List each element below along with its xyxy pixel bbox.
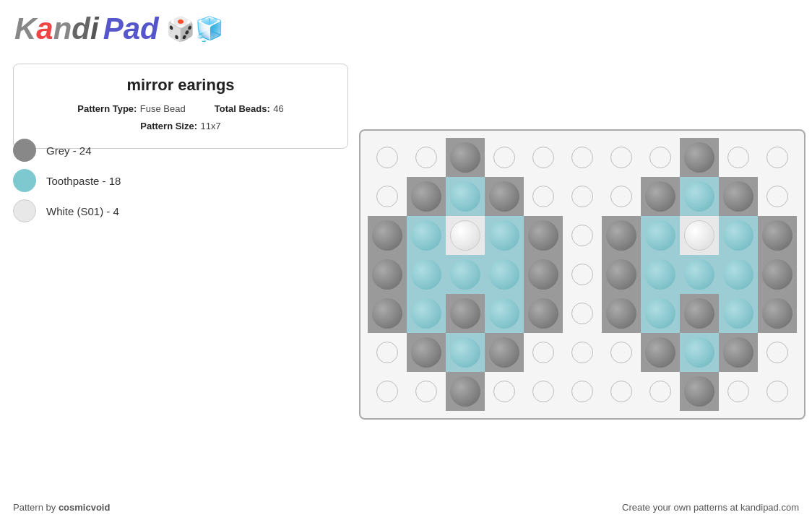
bead-cell	[485, 372, 524, 411]
legend-item-white: White (S01) - 4	[13, 199, 348, 222]
bead	[723, 298, 753, 329]
bead-cell	[524, 294, 563, 333]
bead	[376, 381, 398, 402]
bead-cell	[602, 216, 641, 255]
bead	[489, 259, 519, 290]
bead-cell	[641, 138, 680, 177]
bead	[415, 381, 437, 402]
bead-cell	[368, 255, 407, 294]
bead	[649, 147, 671, 168]
bead	[723, 259, 753, 290]
bead	[571, 342, 593, 363]
bead	[415, 147, 437, 168]
bead-cell	[368, 177, 407, 216]
bead-cell	[719, 294, 758, 333]
bead	[372, 259, 402, 290]
bead-cell	[719, 372, 758, 411]
bead-cell	[602, 372, 641, 411]
bead-cell	[602, 138, 641, 177]
bead-cell	[368, 216, 407, 255]
bead	[684, 259, 714, 290]
bead	[571, 381, 593, 402]
bead	[571, 186, 593, 207]
bead	[411, 220, 441, 251]
bead-cell	[719, 177, 758, 216]
bead-cell	[407, 333, 446, 372]
bead	[450, 337, 480, 368]
bead	[684, 181, 714, 212]
bead	[532, 381, 554, 402]
bead-cell	[719, 216, 758, 255]
bead	[766, 186, 788, 207]
total-beads-value: 46	[273, 103, 283, 114]
bead-cell	[641, 255, 680, 294]
bead	[372, 220, 402, 251]
bead-cell	[680, 216, 719, 255]
bead-cell	[680, 255, 719, 294]
bead-cell	[758, 294, 797, 333]
grey-label: Grey - 24	[46, 144, 92, 157]
bead-cell	[680, 294, 719, 333]
bead	[684, 142, 714, 173]
bead	[450, 142, 480, 173]
bead-cell	[758, 138, 797, 177]
bead-cell	[485, 333, 524, 372]
bead-cell	[446, 372, 485, 411]
bead-cell	[563, 372, 602, 411]
bead-grid	[368, 138, 797, 411]
bead	[532, 342, 554, 363]
bead	[645, 181, 675, 212]
pattern-type-value: Fuse Bead	[140, 103, 186, 114]
bead-cell	[758, 333, 797, 372]
pattern-size-label: Pattern Size:	[140, 121, 197, 131]
bead	[606, 259, 636, 290]
bead	[411, 298, 441, 329]
bead-cell	[446, 177, 485, 216]
bead	[610, 381, 632, 402]
pattern-type-label: Pattern Type:	[77, 103, 137, 114]
bead	[532, 147, 554, 168]
bead	[528, 298, 558, 329]
bead	[571, 225, 593, 246]
footer: Pattern by cosmicvoid Create your own pa…	[13, 502, 799, 513]
bead-cell	[680, 177, 719, 216]
legend-item-toothpaste: Toothpaste - 18	[13, 169, 348, 192]
cta: Create your own patterns at kandipad.com	[622, 502, 799, 513]
bead-cell	[485, 138, 524, 177]
bead-cell	[407, 138, 446, 177]
bead	[571, 303, 593, 324]
bead-cell	[641, 294, 680, 333]
bead-cell	[563, 333, 602, 372]
bead-cell	[524, 255, 563, 294]
pattern-size-value: 11x7	[201, 121, 221, 131]
bead	[610, 186, 632, 207]
bead	[610, 147, 632, 168]
bead-cell	[446, 294, 485, 333]
bead	[645, 298, 675, 329]
bead	[411, 259, 441, 290]
bead-cell	[524, 372, 563, 411]
bead-cell	[680, 333, 719, 372]
bead	[571, 264, 593, 285]
bead	[645, 259, 675, 290]
bead-cell	[563, 177, 602, 216]
bead-cell	[758, 216, 797, 255]
bead-cell	[563, 138, 602, 177]
bead	[762, 298, 792, 329]
bead	[489, 181, 519, 212]
bead-cell	[446, 138, 485, 177]
bead-cell	[758, 372, 797, 411]
bead	[528, 220, 558, 251]
bead	[723, 337, 753, 368]
bead-cell	[407, 294, 446, 333]
white-swatch	[13, 199, 36, 222]
bead	[489, 337, 519, 368]
bead-cell	[524, 216, 563, 255]
bead-cell	[407, 216, 446, 255]
bead-cell	[641, 216, 680, 255]
pattern-by: Pattern by cosmicvoid	[13, 502, 110, 513]
bead-cell	[524, 138, 563, 177]
header: Kandi Pad 🎲🧊	[0, 0, 812, 58]
logo: Kandi Pad 🎲🧊	[14, 12, 224, 46]
bead-cell	[485, 216, 524, 255]
